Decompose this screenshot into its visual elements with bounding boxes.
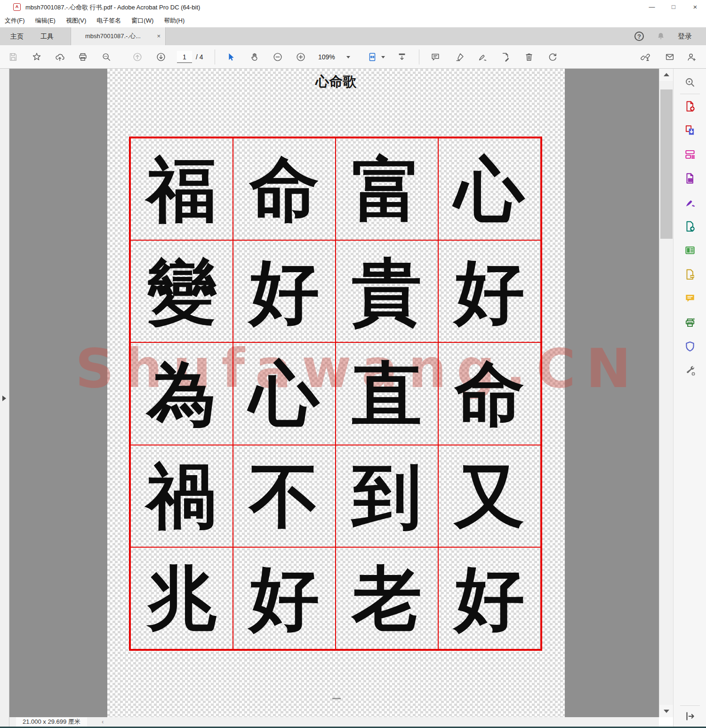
edit-pdf-icon[interactable] (500, 52, 511, 62)
grid-cell: 好 (233, 547, 336, 649)
tools-rail (673, 69, 706, 727)
send-for-comments-icon[interactable] (684, 220, 696, 233)
organize-pages-icon[interactable] (684, 148, 696, 161)
add-person-icon[interactable] (686, 52, 697, 62)
acrobat-window: A mbsh7001087.-.心命歌 行书.pdf - Adobe Acrob… (0, 0, 706, 728)
print-icon[interactable] (78, 52, 88, 62)
grid-cell: 命 (233, 138, 336, 240)
page-size-label: 21.000 x 29.699 厘米 (16, 717, 87, 727)
close-button[interactable]: × (684, 0, 706, 14)
toolbar-separator (215, 49, 215, 65)
page-total-label: / 4 (196, 51, 203, 63)
menu-window[interactable]: 窗口(W) (131, 16, 153, 25)
calligraphy-grid: 福 命 富 心 變 好 貴 好 為 心 直 命 禍 不 到 又 兆 好 老 好 (129, 137, 542, 651)
grid-cell: 好 (233, 240, 336, 342)
comment-tool-icon[interactable] (684, 292, 696, 305)
grid-cell: 好 (438, 547, 541, 649)
title-bar: A mbsh7001087.-.心命歌 行书.pdf - Adobe Acrob… (0, 0, 706, 14)
menu-bar: 文件(F) 编辑(E) 视图(V) 电子签名 窗口(W) 帮助(H) (0, 14, 706, 27)
toolbar-separator (419, 49, 419, 65)
scroll-mode-icon[interactable] (397, 52, 407, 62)
share-cloud-icon[interactable] (55, 52, 65, 62)
scrollbar-thumb[interactable] (660, 89, 673, 239)
delete-trash-icon[interactable] (524, 52, 534, 62)
menu-view[interactable]: 视图(V) (66, 16, 86, 25)
grid-cell: 命 (438, 342, 541, 445)
vertical-scrollbar[interactable] (659, 69, 673, 717)
compress-pdf-icon[interactable] (684, 172, 696, 185)
share-link-icon[interactable] (640, 52, 650, 62)
scroll-up-button[interactable] (659, 69, 674, 81)
window-title: mbsh7001087.-.心命歌 行书.pdf - Adobe Acrobat… (25, 3, 200, 12)
zoom-in-icon[interactable] (296, 52, 306, 62)
open-nav-pane-icon[interactable] (2, 396, 6, 401)
next-page-icon[interactable] (156, 52, 166, 62)
more-tools-icon[interactable] (684, 364, 696, 377)
print-production-icon[interactable] (684, 316, 696, 329)
grid-cell: 直 (336, 342, 438, 445)
email-icon[interactable] (665, 52, 675, 62)
scroll-down-button[interactable] (659, 705, 674, 717)
search-icon[interactable] (101, 52, 112, 62)
zoom-level-value[interactable]: 109% (318, 51, 335, 63)
fit-dropdown-caret[interactable] (381, 56, 385, 58)
fill-sign-pen-icon[interactable] (477, 52, 488, 62)
rail-divider (680, 705, 700, 706)
menu-file[interactable]: 文件(F) (5, 16, 25, 25)
menu-esign[interactable]: 电子签名 (96, 16, 121, 25)
grid-cell: 好 (438, 240, 541, 342)
page-number-input[interactable]: 1 (177, 51, 192, 63)
document-viewport[interactable]: 心命歌 Shufawang.CN 福 命 富 心 變 好 貴 好 為 心 直 命… (9, 69, 659, 717)
grid-cell: 兆 (130, 547, 233, 649)
grid-cell: 心 (438, 138, 541, 240)
document-tab-label: mbsh7001087.-.心... (85, 27, 141, 45)
select-cursor-icon[interactable] (226, 52, 236, 62)
comment-bubble-icon[interactable] (430, 52, 441, 62)
grid-cell: 福 (130, 138, 233, 240)
tab-home[interactable]: 主页 (4, 27, 30, 45)
grid-cell: 到 (336, 445, 438, 547)
maximize-button[interactable]: □ (663, 0, 684, 14)
main-toolbar: 1 / 4 109% (0, 45, 706, 69)
scan-ocr-icon[interactable] (684, 244, 696, 257)
fit-width-icon[interactable] (367, 52, 377, 62)
pdf-page-title: 心命歌 (107, 73, 565, 91)
hand-pan-icon[interactable] (249, 52, 260, 62)
tab-close-icon[interactable]: × (157, 27, 160, 45)
minimize-button[interactable]: — (641, 0, 663, 14)
tab-document[interactable]: mbsh7001087.-.心... × (71, 27, 166, 45)
zoom-dropdown-caret[interactable] (346, 56, 350, 58)
menu-help[interactable]: 帮助(H) (164, 16, 185, 25)
help-icon[interactable]: ? (634, 32, 644, 41)
fill-and-sign-icon[interactable] (684, 196, 696, 209)
tab-bar: 主页 工具 mbsh7001087.-.心... × ? 登录 (0, 27, 706, 45)
highlighter-icon[interactable] (455, 52, 465, 62)
rotate-icon[interactable] (547, 52, 558, 62)
grid-cell: 富 (336, 138, 438, 240)
notifications-bell-icon[interactable] (656, 32, 666, 41)
rail-divider (680, 94, 700, 94)
star-favorite-icon[interactable] (32, 52, 42, 62)
save-icon[interactable] (8, 52, 18, 62)
export-pdf-icon[interactable] (684, 124, 696, 137)
status-bar: 21.000 x 29.699 厘米 ‹ (9, 717, 659, 727)
pdf-file-icon: A (13, 3, 21, 11)
request-signatures-icon[interactable] (684, 268, 696, 281)
expand-panel-icon[interactable] (684, 710, 696, 722)
sign-in-link[interactable]: 登录 (678, 32, 692, 41)
search-tools-icon[interactable] (684, 76, 696, 89)
menu-edit[interactable]: 编辑(E) (35, 16, 56, 25)
protect-icon[interactable] (684, 340, 696, 353)
page-footer-dash (332, 698, 341, 699)
create-pdf-icon[interactable] (684, 100, 696, 113)
grid-cell: 變 (130, 240, 233, 342)
zoom-out-icon[interactable] (273, 52, 283, 62)
hscroll-left-icon[interactable]: ‹ (102, 717, 104, 727)
grid-cell: 心 (233, 342, 336, 445)
grid-cell: 不 (233, 445, 336, 547)
grid-cell: 又 (438, 445, 541, 547)
grid-cell: 貴 (336, 240, 438, 342)
grid-cell: 老 (336, 547, 438, 649)
tab-tools[interactable]: 工具 (34, 27, 60, 45)
previous-page-icon[interactable] (132, 52, 143, 62)
